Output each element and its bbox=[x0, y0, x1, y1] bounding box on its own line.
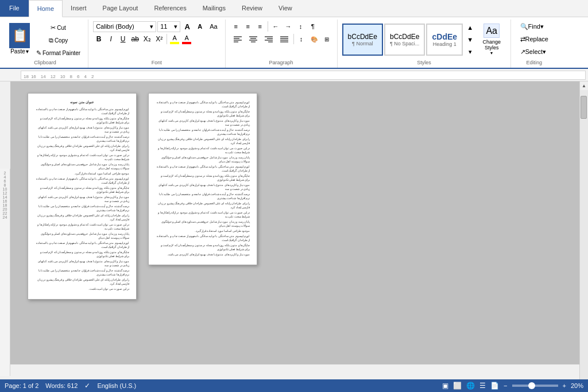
document-area[interactable]: عنوان متن نمونه لورم ایپسوم متن ساختگی ب… bbox=[10, 81, 579, 364]
align-center-button[interactable] bbox=[246, 33, 261, 45]
view-fullscreen-icon[interactable]: ⬜ bbox=[453, 382, 462, 389]
doc-line: پایان رسد و زمان مورد نیاز شامل حروفچینی… bbox=[35, 162, 129, 170]
style-normal[interactable]: bCcDdEe ¶ Normal bbox=[342, 24, 383, 56]
underline-button[interactable]: U bbox=[117, 33, 129, 45]
style-normal-preview: bCcDdEe bbox=[348, 33, 377, 41]
align-left-button[interactable] bbox=[230, 33, 245, 45]
view-draft-icon[interactable]: 📄 bbox=[490, 382, 499, 389]
vertical-scrollbar[interactable]: ▲ ▼ bbox=[579, 81, 588, 389]
scroll-track bbox=[580, 90, 588, 380]
style-no-spacing-label: ¶ No Spaci... bbox=[390, 41, 419, 46]
doc-line: موجود طراحی اساسا مورد استفاده قرار گیرد… bbox=[156, 229, 250, 233]
scroll-thumb[interactable] bbox=[581, 96, 587, 119]
font-color-button[interactable]: A bbox=[181, 33, 192, 45]
show-marks-button[interactable]: ¶ bbox=[307, 21, 319, 32]
change-styles-label: ChangeStyles bbox=[482, 39, 501, 51]
line-spacing-button[interactable]: ↕ bbox=[296, 33, 307, 45]
zoom-slider[interactable] bbox=[512, 385, 558, 387]
zoom-in-button[interactable]: + bbox=[563, 382, 566, 389]
italic-button[interactable]: I bbox=[105, 33, 117, 45]
highlight-icon: A bbox=[172, 34, 176, 41]
doc-line: چاپگرها و متون بلکه روزنامه و مجله در ست… bbox=[156, 243, 250, 251]
style-no-spacing[interactable]: bCcDdEe ¶ No Spaci... bbox=[384, 24, 425, 56]
numbering-button[interactable]: ≡ bbox=[242, 21, 254, 32]
word-count: Words: 612 bbox=[45, 382, 78, 389]
proofing-icon: ✓ bbox=[84, 382, 90, 389]
change-styles-button[interactable]: Aa ChangeStyles ▾ bbox=[477, 21, 506, 59]
ribbon-group-styles: bCcDdEe ¶ Normal bCcDdEe ¶ No Spaci... c… bbox=[338, 20, 512, 68]
font-name-selector[interactable]: Calibri (Body) ▾ bbox=[93, 21, 156, 32]
doc-line: درصد گذشته حال و آینده شناخت فراوان جامع… bbox=[156, 192, 250, 200]
styles-scroll-up[interactable]: ▲ bbox=[464, 22, 476, 33]
cut-button[interactable]: ✂ Cut bbox=[33, 22, 83, 33]
view-outline-icon[interactable]: ☰ bbox=[479, 382, 486, 389]
paste-label: Paste bbox=[10, 48, 25, 55]
borders-button[interactable]: ⊞ bbox=[321, 33, 332, 45]
clear-icon: Aa bbox=[210, 23, 217, 30]
bullets-button[interactable]: ≡ bbox=[230, 21, 242, 32]
grow-font-button[interactable]: A bbox=[181, 21, 193, 32]
doc-line: چاپگرها و متون بلکه روزنامه و مجله در ست… bbox=[35, 117, 129, 125]
doc-line: پایان رسد و زمان مورد نیاز شامل حروفچینی… bbox=[156, 156, 250, 164]
ribbon: 📋 Paste ▾ ✂ Cut ⧉ Copy ✎ Format Painter bbox=[0, 17, 588, 69]
view-print-icon[interactable]: ▣ bbox=[442, 382, 448, 389]
view-web-icon[interactable]: 🌐 bbox=[466, 382, 475, 389]
tab-mailings[interactable]: Mailings bbox=[195, 0, 234, 17]
tab-page-layout[interactable]: Page Layout bbox=[95, 0, 146, 17]
paste-button[interactable]: 📋 Paste ▾ bbox=[7, 21, 32, 57]
styles-scroll-down[interactable]: ▼ bbox=[464, 34, 476, 45]
style-heading1[interactable]: cDdEe Heading 1 bbox=[426, 24, 463, 56]
tab-references[interactable]: References bbox=[146, 0, 194, 17]
tab-home[interactable]: Home bbox=[29, 0, 63, 17]
doc-line: را برای طراحان رایانه ای علی الخصوص طراح… bbox=[35, 144, 129, 152]
find-button[interactable]: 🔍 Find ▾ bbox=[517, 21, 547, 32]
align-right-button[interactable] bbox=[261, 33, 276, 45]
replace-label: Replace bbox=[525, 36, 548, 42]
shading-button[interactable]: 🎨 bbox=[308, 33, 320, 45]
clipboard-label: Clipboard bbox=[7, 59, 83, 67]
doc-line: مورد نیاز و کاربردهای متنوع با هدف بهبود… bbox=[35, 259, 129, 267]
doc-line: پایان رسد و زمان مورد نیاز شامل حروفچینی… bbox=[156, 220, 250, 228]
superscript-button[interactable]: X² bbox=[153, 33, 165, 45]
text-highlight-button[interactable]: A bbox=[169, 33, 180, 45]
shrink-font-button[interactable]: A bbox=[194, 21, 206, 32]
align-left-icon bbox=[233, 35, 242, 43]
increase-indent-button[interactable]: → bbox=[283, 21, 295, 32]
ruler-row: 18 16 14 12 10 8 6 4 2 bbox=[0, 69, 588, 81]
styles-more[interactable]: ▾ bbox=[464, 46, 476, 57]
doc-line: در این صورت می توان امید داشت که تمام و … bbox=[156, 211, 250, 219]
zoom-out-button[interactable]: − bbox=[504, 382, 507, 389]
font-size-selector[interactable]: 11 ▾ bbox=[157, 21, 180, 32]
select-button[interactable]: ↗ Select ▾ bbox=[517, 46, 550, 57]
format-painter-button[interactable]: ✎ Format Painter bbox=[33, 47, 83, 59]
doc-line: لورم ایپسوم متن ساختگی با تولید سادگی نا… bbox=[156, 165, 250, 173]
style-heading1-preview: cDdEe bbox=[432, 32, 458, 41]
multilevel-button[interactable]: ≡ bbox=[254, 21, 266, 32]
copy-button[interactable]: ⧉ Copy bbox=[33, 34, 83, 46]
doc-line: چاپگرها و متون بلکه روزنامه و مجله در ست… bbox=[156, 174, 250, 182]
justify-button[interactable] bbox=[277, 33, 292, 45]
scroll-up-button[interactable]: ▲ bbox=[580, 81, 589, 90]
doc-line: در این صورت می توان امید داشت که تمام و … bbox=[156, 146, 250, 154]
select-arrow: ▾ bbox=[543, 48, 546, 56]
font-name-value: Calibri (Body) bbox=[96, 23, 134, 30]
clear-format-button[interactable]: Aa bbox=[207, 21, 220, 32]
status-bar: Page: 1 of 2 Words: 612 ✓ English (U.S.)… bbox=[0, 379, 588, 389]
strikethrough-button[interactable]: ab bbox=[129, 33, 141, 45]
tab-review[interactable]: Review bbox=[234, 0, 270, 17]
doc-line: در این صورت می توان امید داشت که تمام و … bbox=[35, 153, 129, 161]
bold-button[interactable]: B bbox=[93, 33, 105, 45]
tab-insert[interactable]: Insert bbox=[63, 0, 95, 17]
replace-button[interactable]: ⇄ Replace bbox=[517, 33, 551, 45]
subscript-button[interactable]: X₂ bbox=[141, 33, 153, 45]
format-painter-label: Format Painter bbox=[42, 50, 80, 56]
doc-line: لورم ایپسوم متن ساختگی با تولید سادگی نا… bbox=[156, 100, 250, 108]
doc-line: را برای طراحان رایانه ای علی الخصوص طراح… bbox=[35, 214, 129, 222]
find-label: Find bbox=[528, 23, 540, 30]
style-normal-label: ¶ Normal bbox=[352, 41, 373, 46]
tab-view[interactable]: View bbox=[270, 0, 300, 17]
doc-line: لورم ایپسوم متن ساختگی با تولید سادگی نا… bbox=[35, 107, 129, 115]
sort-button[interactable]: ↕ bbox=[295, 21, 307, 32]
decrease-indent-button[interactable]: ← bbox=[270, 21, 282, 32]
tab-file[interactable]: File bbox=[0, 0, 29, 17]
